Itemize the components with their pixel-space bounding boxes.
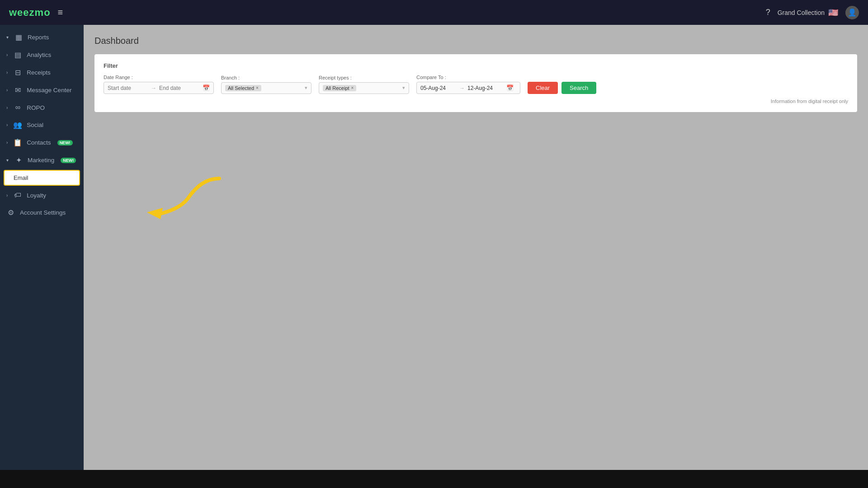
marketing-icon: ✦ <box>14 156 23 164</box>
company-info: Grand Collection 🇺🇸 <box>778 8 838 18</box>
calendar-icon[interactable]: 📅 <box>203 84 210 91</box>
date-range-input[interactable]: → 📅 <box>104 82 214 94</box>
help-icon[interactable]: ? <box>766 8 770 17</box>
chevron-down-icon: ▾ <box>402 85 405 91</box>
sidebar: ▾ ▦ Reports › ▤ Analytics › ⊟ Receipts ›… <box>0 25 84 470</box>
chevron-right-icon: › <box>6 105 8 110</box>
contacts-badge: NEW! <box>57 140 73 145</box>
branch-tag-remove[interactable]: × <box>256 85 259 90</box>
chevron-right-icon: › <box>6 70 8 75</box>
sidebar-label-email: Email <box>14 174 28 181</box>
end-date-input[interactable] <box>159 85 200 91</box>
calendar-icon[interactable]: 📅 <box>506 84 514 91</box>
sidebar-item-analytics[interactable]: › ▤ Analytics <box>0 46 84 64</box>
message-center-icon: ✉ <box>13 86 22 94</box>
ropo-icon: ∞ <box>13 103 22 112</box>
sidebar-label-reports: Reports <box>28 34 49 41</box>
main-layout: ▾ ▦ Reports › ▤ Analytics › ⊟ Receipts ›… <box>0 25 868 470</box>
branch-select[interactable]: All Selected × ▾ <box>221 82 311 94</box>
sidebar-label-ropo: ROPO <box>27 104 45 111</box>
receipt-tag: All Receipt × <box>323 85 356 91</box>
branch-tag-value: All Selected <box>228 85 254 91</box>
sidebar-item-ropo[interactable]: › ∞ ROPO <box>0 99 84 116</box>
sidebar-label-message-center: Message Center <box>27 87 71 94</box>
chevron-right-icon: › <box>6 122 8 127</box>
company-name: Grand Collection <box>778 9 825 16</box>
receipts-icon: ⊟ <box>13 68 22 77</box>
filter-info: Information from digital receipt only <box>104 99 848 104</box>
chevron-right-icon: › <box>6 52 8 57</box>
contacts-icon: 📋 <box>13 138 22 147</box>
arrow-svg <box>129 174 228 224</box>
chevron-right-icon: › <box>6 88 8 93</box>
filter-row: Date Range : → 📅 Branch : All Selected <box>104 75 848 94</box>
start-date-input[interactable] <box>108 85 148 91</box>
search-button[interactable]: Search <box>561 82 596 94</box>
analytics-icon: ▤ <box>13 51 22 59</box>
page-title: Dashboard <box>94 36 857 46</box>
filter-label: Filter <box>104 62 848 69</box>
sidebar-item-receipts[interactable]: › ⊟ Receipts <box>0 64 84 81</box>
compare-from-input[interactable] <box>420 85 457 91</box>
sidebar-item-contacts[interactable]: › 📋 Contacts NEW! <box>0 134 84 151</box>
bottom-bar <box>0 470 868 488</box>
sidebar-item-account-settings[interactable]: ⚙ Account Settings <box>0 204 84 221</box>
chevron-down-icon: ▾ <box>6 158 9 163</box>
sidebar-item-message-center[interactable]: › ✉ Message Center <box>0 81 84 99</box>
social-icon: 👥 <box>13 121 22 129</box>
filter-card: Filter Date Range : → 📅 Branch : <box>94 54 857 112</box>
chevron-right-icon: › <box>6 193 8 198</box>
arrow-icon: → <box>151 85 156 91</box>
sidebar-label-social: Social <box>27 122 43 128</box>
sidebar-item-social[interactable]: › 👥 Social <box>0 116 84 134</box>
filter-buttons-group: Clear Search <box>528 82 596 94</box>
sidebar-label-loyalty: Loyalty <box>27 192 46 199</box>
compare-to-input-field[interactable] <box>467 85 504 91</box>
top-bar-left: weezmo ≡ <box>9 7 63 19</box>
sidebar-label-account-settings: Account Settings <box>20 209 66 216</box>
receipt-types-group: Receipt types : All Receipt × ▾ <box>319 75 409 94</box>
arrow-icon: → <box>459 85 465 91</box>
compare-to-label: Compare To : <box>416 75 520 80</box>
sidebar-item-loyalty[interactable]: › 🏷 Loyalty <box>0 187 84 204</box>
receipt-tag-value: All Receipt <box>326 85 349 91</box>
receipt-types-select[interactable]: All Receipt × ▾ <box>319 82 409 94</box>
compare-to-group: Compare To : → 📅 <box>416 75 520 94</box>
chevron-down-icon: ▾ <box>6 35 9 40</box>
date-range-label: Date Range : <box>104 75 214 80</box>
sidebar-item-email[interactable]: Email <box>4 170 80 186</box>
loyalty-icon: 🏷 <box>13 191 22 199</box>
sidebar-label-marketing: Marketing <box>28 157 54 164</box>
hamburger-icon[interactable]: ≡ <box>58 7 63 18</box>
avatar[interactable]: 👤 <box>845 6 859 19</box>
sidebar-item-reports[interactable]: ▾ ▦ Reports <box>0 28 84 46</box>
sidebar-label-contacts: Contacts <box>27 139 51 146</box>
date-range-group: Date Range : → 📅 <box>104 75 214 94</box>
main-content: Dashboard Filter Date Range : → 📅 B <box>84 25 868 470</box>
receipt-tag-remove[interactable]: × <box>351 85 354 90</box>
marketing-badge: NEW! <box>61 158 76 163</box>
receipt-types-label: Receipt types : <box>319 75 409 80</box>
compare-to-input[interactable]: → 📅 <box>416 82 520 94</box>
sidebar-item-marketing[interactable]: ▾ ✦ Marketing NEW! <box>0 151 84 169</box>
sidebar-label-receipts: Receipts <box>27 69 51 76</box>
logo: weezmo <box>9 7 51 19</box>
svg-marker-0 <box>147 208 163 219</box>
arrow-annotation <box>129 174 228 225</box>
chevron-right-icon: › <box>6 140 8 145</box>
top-bar: weezmo ≡ ? Grand Collection 🇺🇸 👤 <box>0 0 868 25</box>
branch-tag: All Selected × <box>225 85 261 91</box>
clear-button[interactable]: Clear <box>528 82 558 94</box>
flag-icon: 🇺🇸 <box>828 8 838 18</box>
sidebar-label-analytics: Analytics <box>27 52 51 58</box>
settings-icon: ⚙ <box>6 208 15 217</box>
reports-icon: ▦ <box>14 33 23 42</box>
branch-label: Branch : <box>221 75 311 80</box>
top-bar-right: ? Grand Collection 🇺🇸 👤 <box>766 6 859 19</box>
chevron-down-icon: ▾ <box>305 85 307 91</box>
branch-group: Branch : All Selected × ▾ <box>221 75 311 94</box>
